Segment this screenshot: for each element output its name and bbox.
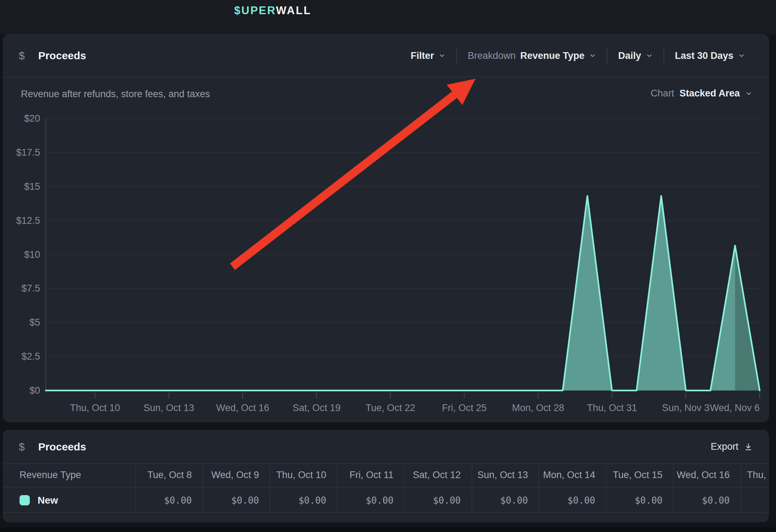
date-range-value: Last 30 Days [675, 50, 733, 61]
table-card-header: $ Proceeds Export [3, 430, 769, 464]
x-axis-label: Mon, Oct 28 [512, 403, 564, 413]
value-cell: $0.00 [673, 488, 741, 512]
x-axis-label: Wed, Oct 16 [216, 403, 269, 413]
x-axis-label: Thu, Oct 31 [587, 403, 637, 413]
x-axis-label: Sun, Oct 13 [144, 403, 194, 413]
column-header-date: Thu, Oct 10 [270, 463, 337, 487]
value-cell: $0.00 [539, 488, 606, 512]
chevron-down-icon [439, 52, 446, 59]
column-header-date: Sun, Oct 13 [472, 463, 539, 487]
download-icon [744, 442, 753, 451]
y-axis-label: $20 [24, 113, 40, 124]
row-label-cell: New [3, 488, 135, 512]
proceeds-table-body-row: New$0.00$0.00$0.00$0.00$0.00$0.00$0.00$0… [3, 488, 769, 513]
next-card-edge [0, 527, 776, 532]
value-cell: $0.00 [404, 488, 472, 512]
filter-label: Filter [411, 50, 434, 61]
column-header-date: Wed, Oct 16 [673, 463, 741, 487]
export-button[interactable]: Export [711, 441, 753, 452]
chart-type-dropdown[interactable]: Chart Stacked Area [651, 88, 752, 99]
x-axis-label: Fri, Oct 25 [442, 403, 486, 413]
column-header-revenue-type: Revenue Type [3, 463, 135, 487]
logo-accent-text: $UPER [234, 4, 276, 17]
chevron-down-icon [589, 52, 596, 59]
dollar-icon: $ [19, 50, 25, 62]
filter-dropdown[interactable]: Filter [400, 50, 456, 61]
y-axis-label: $15 [24, 181, 40, 192]
table-card-title: Proceeds [38, 441, 86, 453]
value-cell: $0.00 [606, 488, 673, 512]
breakdown-value: Revenue Type [520, 50, 584, 61]
granularity-dropdown[interactable]: Daily [607, 50, 664, 61]
proceeds-table-card: $ Proceeds Export Revenue TypeTue, Oct 8… [3, 430, 769, 522]
granularity-value: Daily [618, 50, 641, 61]
x-axis-label: Sat, Oct 19 [293, 403, 341, 413]
chart-card-title: Proceeds [38, 50, 86, 62]
chart-card-header: $ Proceeds Filter Breakdown Revenue Type… [3, 35, 769, 77]
dashboard-screen: $UPERWALL $0$2.5$5$7.5$10$12.5$15$17.5$2… [0, 0, 776, 532]
x-axis-label: Thu, Oct 10 [70, 403, 120, 413]
column-header-date: Tue, Oct 15 [606, 463, 673, 487]
x-axis-label: Sun, Nov 3 [662, 403, 710, 413]
chart-controls: Filter Breakdown Revenue Type Daily Last… [400, 48, 756, 63]
chart-type-label: Chart [651, 88, 674, 99]
value-cell: $0.00 [472, 488, 539, 512]
value-cell: $0.00 [203, 488, 270, 512]
column-header-date: Fri, Oct 11 [337, 463, 404, 487]
export-label: Export [711, 441, 738, 452]
dollar-icon: $ [19, 441, 25, 453]
chevron-down-icon [745, 90, 752, 97]
logo-rest-text: WALL [276, 4, 312, 17]
value-cell: $0.00 [337, 488, 404, 512]
area-fill [46, 196, 760, 390]
chevron-down-icon [646, 52, 653, 59]
value-cell: $0.00 [270, 488, 337, 512]
column-header-date: Tue, Oct 8 [135, 463, 203, 487]
proceeds-chart-card: $0$2.5$5$7.5$10$12.5$15$17.5$20Thu, Oct … [3, 34, 769, 422]
series-color-swatch [20, 495, 30, 505]
chart-type-value: Stacked Area [679, 88, 740, 99]
row-label: New [38, 495, 58, 506]
date-range-dropdown[interactable]: Last 30 Days [664, 50, 756, 61]
x-axis-label: Wed, Nov 6 [710, 403, 760, 413]
value-cell: $0.00 [135, 488, 203, 512]
column-header-date: Wed, Oct 9 [203, 463, 270, 487]
column-header-date: Thu, Oct 17 [741, 463, 769, 487]
value-cell: $0.00 [741, 488, 769, 512]
y-axis-label: $7.5 [21, 283, 40, 294]
y-axis-label: $0 [29, 385, 40, 396]
column-header-date: Sat, Oct 12 [404, 463, 472, 487]
y-axis-label: $12.5 [16, 215, 40, 226]
top-navigation-bar: $UPERWALL [0, 0, 776, 34]
column-header-date: Mon, Oct 14 [539, 463, 606, 487]
proceeds-table-header-row: Revenue TypeTue, Oct 8Wed, Oct 9Thu, Oct… [3, 463, 769, 488]
y-axis-label: $10 [24, 249, 40, 260]
chevron-down-icon [738, 52, 745, 59]
breakdown-label: Breakdown [468, 50, 516, 61]
y-axis-label: $5 [29, 317, 40, 328]
y-axis-label: $17.5 [16, 147, 40, 158]
x-axis-label: Tue, Oct 22 [365, 403, 415, 413]
breakdown-dropdown[interactable]: Breakdown Revenue Type [457, 50, 607, 61]
y-axis-label: $2.5 [21, 351, 40, 362]
chart-subtitle: Revenue after refunds, store fees, and t… [21, 89, 210, 100]
superwall-logo[interactable]: $UPERWALL [234, 4, 312, 17]
